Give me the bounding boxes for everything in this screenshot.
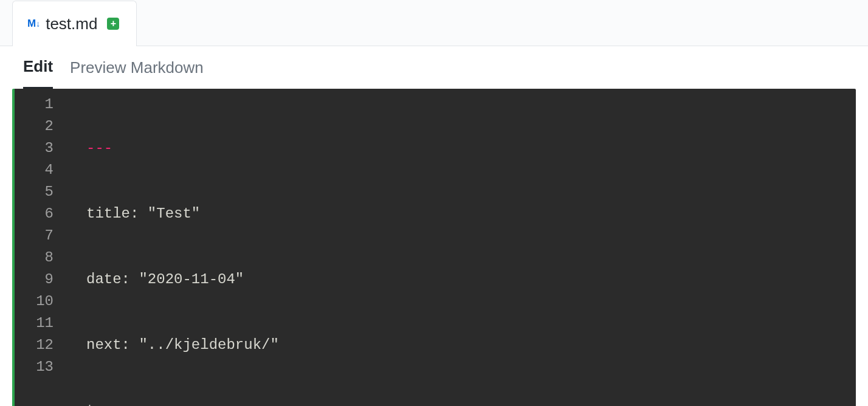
file-name: test.md bbox=[46, 15, 97, 33]
code-line: --- bbox=[86, 137, 856, 159]
code-line: tags: bbox=[86, 400, 856, 406]
code-line: date: "2020-11-04" bbox=[86, 269, 856, 291]
line-number: 1 bbox=[15, 94, 53, 115]
line-number: 9 bbox=[15, 269, 53, 291]
markdown-file-icon: M↓ bbox=[27, 18, 40, 30]
file-tab[interactable]: M↓ test.md + bbox=[12, 1, 137, 46]
line-number: 12 bbox=[15, 334, 53, 356]
line-number: 11 bbox=[15, 312, 53, 334]
tab-preview-markdown[interactable]: Preview Markdown bbox=[70, 58, 204, 88]
line-number: 2 bbox=[15, 115, 53, 137]
file-tab-bar: M↓ test.md + bbox=[0, 0, 868, 46]
line-number: 3 bbox=[15, 137, 53, 159]
code-line: next: "../kjeldebruk/" bbox=[86, 334, 856, 356]
code-content[interactable]: --- title: "Test" date: "2020-11-04" nex… bbox=[62, 89, 856, 406]
editor-mode-tabs: Edit Preview Markdown bbox=[0, 46, 868, 89]
line-number: 13 bbox=[15, 356, 53, 378]
line-number: 4 bbox=[15, 159, 53, 181]
line-number-gutter: 1 2 3 4 5 6 7 8 9 10 11 12 13 bbox=[15, 89, 62, 406]
code-editor[interactable]: 1 2 3 4 5 6 7 8 9 10 11 12 13 --- title:… bbox=[12, 89, 856, 406]
line-number: 5 bbox=[15, 181, 53, 203]
editor-container: 1 2 3 4 5 6 7 8 9 10 11 12 13 --- title:… bbox=[0, 89, 868, 406]
line-number: 6 bbox=[15, 203, 53, 225]
new-file-icon: + bbox=[107, 18, 119, 30]
code-line: title: "Test" bbox=[86, 203, 856, 225]
line-number: 8 bbox=[15, 247, 53, 269]
line-number: 10 bbox=[15, 291, 53, 312]
tab-edit[interactable]: Edit bbox=[23, 57, 53, 89]
line-number: 7 bbox=[15, 225, 53, 247]
